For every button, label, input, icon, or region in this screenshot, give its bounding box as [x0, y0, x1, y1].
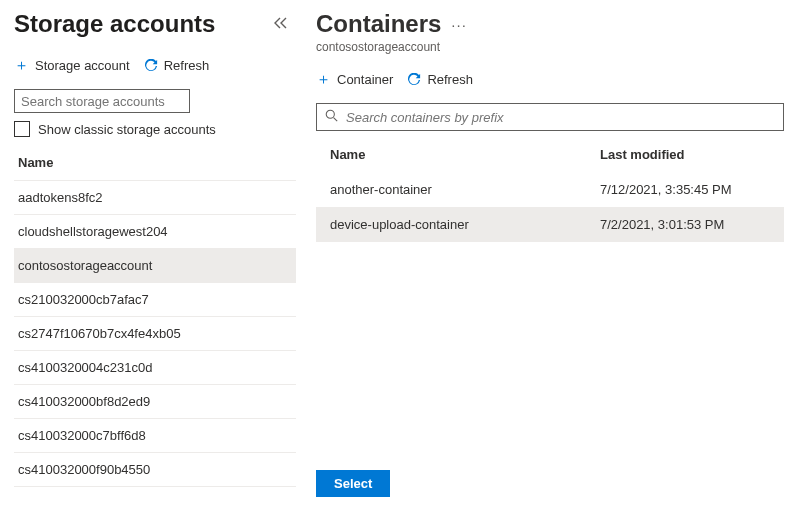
show-classic-label: Show classic storage accounts	[38, 122, 216, 137]
container-name-cell: another-container	[330, 182, 600, 197]
storage-account-row[interactable]: cs2747f10670b7cx4fe4xb05	[14, 317, 296, 351]
storage-account-row[interactable]: aadtokens8fc2	[14, 181, 296, 215]
container-modified-cell: 7/2/2021, 3:01:53 PM	[600, 217, 770, 232]
collapse-icon[interactable]	[274, 16, 288, 32]
add-container-label: Container	[337, 72, 393, 87]
search-containers-wrapper[interactable]	[316, 103, 784, 131]
containers-table-header: Name Last modified	[316, 137, 784, 172]
container-name-cell: device-upload-container	[330, 217, 600, 232]
plus-icon: ＋	[316, 70, 331, 89]
storage-name-column-header[interactable]: Name	[14, 149, 296, 181]
search-storage-input[interactable]	[14, 89, 190, 113]
storage-account-row[interactable]: cs410032000f90b4550	[14, 453, 296, 487]
svg-point-0	[326, 110, 334, 118]
svg-line-1	[334, 118, 338, 122]
left-header: Storage accounts	[14, 10, 298, 38]
select-button[interactable]: Select	[316, 470, 390, 497]
storage-account-row[interactable]: cloudshellstoragewest204	[14, 215, 296, 249]
container-row[interactable]: device-upload-container 7/2/2021, 3:01:5…	[316, 207, 784, 242]
refresh-storage-button[interactable]: Refresh	[144, 56, 210, 75]
containers-table: Name Last modified another-container 7/1…	[316, 137, 784, 242]
column-name-header[interactable]: Name	[330, 147, 600, 162]
storage-accounts-title: Storage accounts	[14, 10, 215, 38]
left-toolbar: ＋ Storage account Refresh	[14, 56, 298, 75]
containers-title: Containers	[316, 10, 441, 38]
containers-subtitle: contosostorageaccount	[316, 40, 784, 54]
storage-accounts-pane: Storage accounts ＋ Storage account Refre…	[0, 0, 298, 507]
refresh-icon	[407, 73, 421, 87]
search-containers-input[interactable]	[346, 110, 775, 125]
storage-account-row[interactable]: contosostorageaccount	[14, 249, 296, 283]
storage-account-row[interactable]: cs210032000cb7afac7	[14, 283, 296, 317]
containers-pane: Containers ··· contosostorageaccount ＋ C…	[298, 0, 798, 507]
plus-icon: ＋	[14, 56, 29, 75]
search-icon	[325, 109, 338, 125]
column-modified-header[interactable]: Last modified	[600, 147, 770, 162]
storage-account-row[interactable]: cs4100320004c231c0d	[14, 351, 296, 385]
container-row[interactable]: another-container 7/12/2021, 3:35:45 PM	[316, 172, 784, 207]
storage-account-row[interactable]: cs410032000c7bff6d8	[14, 419, 296, 453]
show-classic-checkbox-row[interactable]: Show classic storage accounts	[14, 121, 296, 137]
storage-accounts-scroll[interactable]: Show classic storage accounts Name aadto…	[14, 89, 298, 507]
refresh-icon	[144, 59, 158, 73]
right-header: Containers ···	[316, 10, 784, 38]
checkbox-icon[interactable]	[14, 121, 30, 137]
right-toolbar: ＋ Container Refresh	[316, 70, 784, 89]
add-container-button[interactable]: ＋ Container	[316, 70, 393, 89]
storage-account-row[interactable]: cs410032000bf8d2ed9	[14, 385, 296, 419]
container-modified-cell: 7/12/2021, 3:35:45 PM	[600, 182, 770, 197]
add-storage-account-label: Storage account	[35, 58, 130, 73]
refresh-containers-button[interactable]: Refresh	[407, 70, 473, 89]
refresh-containers-label: Refresh	[427, 72, 473, 87]
add-storage-account-button[interactable]: ＋ Storage account	[14, 56, 130, 75]
footer: Select	[316, 470, 390, 497]
refresh-storage-label: Refresh	[164, 58, 210, 73]
more-actions-icon[interactable]: ···	[451, 16, 467, 33]
